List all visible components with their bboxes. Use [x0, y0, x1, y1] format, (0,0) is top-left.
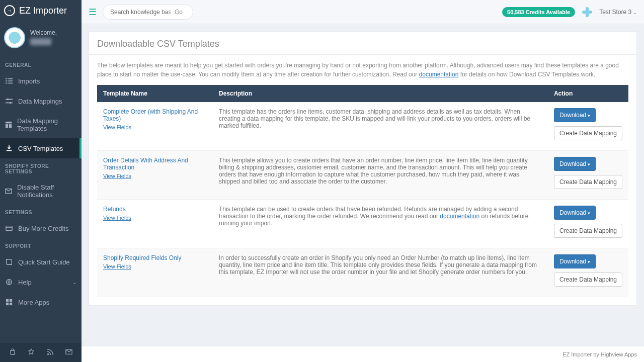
page-intro: The below templates are meant to help yo…	[89, 55, 636, 85]
download-button[interactable]: Download	[554, 157, 596, 171]
sidebar: EZ Importer Welcome, GENERAL Imports Dat…	[0, 0, 82, 362]
nav-label: Disable Staff Notifications	[17, 184, 76, 199]
view-fields-link[interactable]: View Fields	[103, 215, 131, 221]
brand-icon	[4, 5, 15, 16]
svg-rect-13	[7, 150, 12, 151]
template-desc: This template has the orders line items,…	[213, 102, 548, 151]
mail-icon[interactable]	[65, 348, 72, 357]
welcome-username-blurred	[30, 38, 51, 45]
template-desc: In order to successfully create an order…	[213, 248, 548, 297]
nav-more-apps[interactable]: More Apps	[0, 292, 82, 312]
nav-label: CSV Templates	[18, 145, 63, 152]
svg-rect-4	[6, 83, 8, 84]
svg-rect-18	[6, 299, 9, 302]
nav-label: Data Mappings	[18, 98, 62, 105]
svg-point-9	[10, 102, 12, 104]
globe-icon	[5, 278, 13, 286]
download-button[interactable]: Download	[554, 108, 596, 122]
col-action: Action	[548, 85, 628, 102]
view-fields-link[interactable]: View Fields	[103, 124, 131, 130]
nav-heading-support: SUPPORT	[0, 238, 82, 252]
col-name: Template Name	[97, 85, 213, 102]
list-icon	[5, 77, 13, 85]
welcome-label: Welcome,	[30, 29, 57, 36]
avatar[interactable]	[4, 27, 25, 48]
svg-rect-11	[6, 124, 8, 128]
envelope-icon	[5, 187, 12, 195]
svg-rect-12	[9, 124, 12, 128]
svg-rect-0	[6, 78, 8, 79]
svg-rect-5	[8, 83, 13, 84]
nav-disable-staff[interactable]: Disable Staff Notifications	[0, 177, 82, 205]
credits-badge[interactable]: 50,583 Credits Available	[502, 7, 575, 17]
table-row: Complete Order (with Shipping And Taxes)…	[97, 102, 628, 151]
create-mapping-button[interactable]: Create Data Mapping	[554, 224, 622, 238]
intro-doc-link[interactable]: documentation	[419, 71, 459, 78]
welcome-block: Welcome,	[0, 21, 82, 57]
nav-heading-settings: SETTINGS	[0, 205, 82, 218]
nav-label: Imports	[18, 77, 40, 85]
menu-toggle-icon[interactable]: ☰	[89, 7, 97, 18]
footer-text: EZ Importer by Highview Apps	[562, 351, 637, 357]
chevron-down-icon: ⌄	[72, 280, 76, 285]
nav-label: More Apps	[18, 299, 49, 306]
nav-label: Buy More Credits	[18, 225, 68, 232]
plus-icon[interactable]	[581, 6, 593, 18]
table-row: Shopify Required Fields OnlyView FieldsI…	[97, 248, 628, 297]
topbar: ☰ Go 50,583 Credits Available Test Store…	[82, 0, 644, 24]
nav-imports[interactable]: Imports	[0, 71, 82, 91]
svg-point-22	[47, 353, 49, 355]
svg-rect-21	[10, 303, 12, 305]
panel-csv-templates: Downloadable CSV Templates The below tem…	[89, 31, 637, 306]
template-desc: This template allows you to create order…	[213, 151, 548, 200]
svg-rect-6	[6, 99, 13, 100]
nav-label: Data Mapping Templates	[17, 117, 76, 132]
nav-data-mappings[interactable]: Data Mappings	[0, 91, 82, 111]
svg-rect-19	[10, 299, 12, 302]
nav-heading-general: GENERAL	[0, 57, 82, 71]
svg-point-8	[7, 99, 9, 101]
nav-quick-start[interactable]: Quick Start Guide	[0, 252, 82, 272]
template-name: Order Details With Address And Transacti…	[103, 157, 207, 171]
svg-rect-10	[6, 122, 12, 124]
svg-rect-20	[6, 303, 9, 305]
template-icon	[5, 121, 12, 129]
create-mapping-button[interactable]: Create Data Mapping	[554, 273, 622, 287]
sidebar-footer	[0, 343, 82, 362]
create-mapping-button[interactable]: Create Data Mapping	[554, 126, 622, 140]
search-input[interactable]	[110, 9, 171, 16]
view-fields-link[interactable]: View Fields	[103, 173, 131, 179]
nav-label: Quick Start Guide	[18, 258, 70, 266]
brand[interactable]: EZ Importer	[0, 0, 82, 21]
grid-icon	[5, 298, 13, 306]
sliders-icon	[5, 97, 13, 105]
bag-icon[interactable]	[9, 348, 16, 357]
nav-label: Help	[18, 279, 32, 286]
footer: EZ Importer by Highview Apps	[82, 346, 644, 362]
brand-name: EZ Importer	[19, 6, 67, 16]
svg-rect-2	[6, 80, 8, 81]
svg-rect-7	[6, 103, 13, 104]
rss-icon[interactable]	[47, 348, 54, 357]
download-button[interactable]: Download	[554, 206, 596, 220]
nav-csv-templates[interactable]: CSV Templates	[0, 138, 82, 158]
nav-help[interactable]: Help ⌄	[0, 272, 82, 292]
page-title: Downloadable CSV Templates	[89, 32, 636, 55]
view-fields-link[interactable]: View Fields	[103, 263, 131, 269]
template-desc: This template can be used to create orde…	[213, 200, 548, 248]
desc-doc-link[interactable]: documentation	[440, 213, 479, 220]
download-button[interactable]: Download	[554, 254, 596, 268]
download-icon	[5, 144, 13, 152]
nav-buy-credits[interactable]: Buy More Credits	[0, 218, 82, 238]
nav-data-mapping-templates[interactable]: Data Mapping Templates	[0, 111, 82, 138]
search-go-button[interactable]: Go	[171, 9, 187, 16]
templates-table: Template Name Description Action Complet…	[97, 85, 628, 297]
template-name: Shopify Required Fields Only	[103, 254, 207, 261]
table-row: Order Details With Address And Transacti…	[97, 151, 628, 200]
book-icon	[5, 258, 13, 266]
nav-heading-shopify: SHOPIFY STORE SETTINGS	[0, 158, 82, 177]
store-selector[interactable]: Test Store 3	[599, 9, 637, 16]
star-icon[interactable]	[28, 348, 35, 357]
svg-rect-3	[8, 80, 13, 81]
create-mapping-button[interactable]: Create Data Mapping	[554, 175, 622, 189]
